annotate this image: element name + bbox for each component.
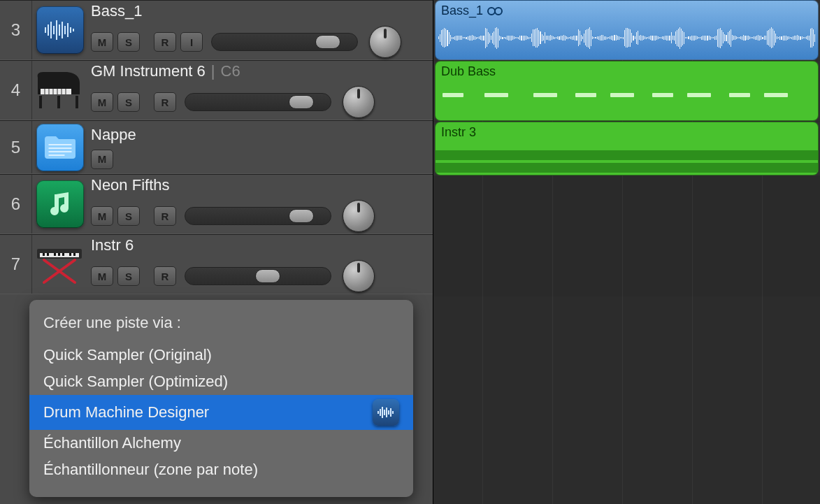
region-label: Bass_1 — [441, 3, 503, 18]
svg-rect-5 — [59, 24, 60, 36]
svg-rect-3 — [53, 26, 55, 34]
svg-point-45 — [495, 8, 502, 15]
pan-knob[interactable] — [369, 26, 401, 58]
track-row[interactable]: 6 Neon Fifths M S R — [0, 174, 433, 234]
track-controls: M — [91, 150, 427, 169]
svg-rect-37 — [380, 409, 381, 416]
solo-button[interactable]: S — [117, 266, 140, 286]
svg-rect-42 — [390, 408, 391, 417]
solo-button[interactable]: S — [117, 32, 140, 52]
track-row-folder[interactable]: 5 Nappe M — [0, 120, 433, 174]
track-icon-wrap[interactable] — [32, 61, 88, 120]
track-controls: M S R I — [91, 26, 427, 58]
midi-region[interactable]: Instr 3 — [435, 122, 819, 175]
record-enable-button[interactable]: R — [154, 32, 176, 52]
folder-icon — [36, 124, 84, 171]
mute-button[interactable]: M — [91, 266, 113, 286]
popup-title: Créer une piste via : — [29, 314, 413, 342]
track-number: 7 — [0, 235, 32, 294]
volume-slider[interactable] — [211, 33, 358, 51]
track-icon-wrap[interactable] — [32, 1, 88, 59]
mute-button[interactable]: M — [91, 206, 113, 226]
track-number: 3 — [0, 1, 32, 59]
track-name[interactable]: Neon Fifths — [91, 176, 427, 194]
svg-rect-41 — [388, 410, 389, 415]
track-controls: M S R — [91, 200, 427, 232]
track-row[interactable]: 3 Bass_1 M S R I — [0, 0, 433, 60]
track-row[interactable]: 7 Instr 6 M S R — [0, 234, 433, 294]
record-enable-button[interactable]: R — [154, 206, 176, 226]
midi-region[interactable]: Dub Bass — [435, 61, 819, 121]
volume-slider[interactable] — [185, 207, 331, 225]
svg-rect-29 — [54, 253, 56, 256]
slider-thumb[interactable] — [315, 35, 340, 49]
track-main: Neon Fifths M S R — [88, 175, 433, 233]
svg-rect-28 — [47, 253, 49, 256]
track-icon-wrap[interactable] — [32, 121, 88, 173]
popup-item-drum-machine-designer[interactable]: Drum Machine Designer — [29, 395, 413, 430]
volume-slider[interactable] — [185, 267, 331, 285]
svg-rect-10 — [73, 29, 74, 31]
mute-button[interactable]: M — [91, 150, 113, 169]
svg-rect-4 — [56, 20, 57, 40]
app-root: 3 Bass_1 M S R I 4 — [0, 0, 820, 504]
music-note-icon — [36, 180, 84, 228]
audio-waveform-icon — [373, 399, 399, 426]
svg-rect-40 — [386, 408, 387, 417]
mute-button[interactable]: M — [91, 92, 113, 112]
slider-thumb[interactable] — [289, 209, 314, 223]
popup-item-quick-sampler-original[interactable]: Quick Sampler (Original) — [29, 342, 413, 368]
track-number: 6 — [0, 175, 32, 233]
track-name[interactable]: Instr 6 — [91, 236, 427, 254]
popup-list: Quick Sampler (Original) Quick Sampler (… — [29, 342, 413, 483]
svg-rect-0 — [45, 27, 46, 33]
arrange-area[interactable]: Bass_1 Dub Bass — [433, 0, 820, 504]
solo-button[interactable]: S — [117, 92, 140, 112]
waveform-display — [438, 19, 815, 57]
svg-rect-1 — [48, 24, 49, 36]
svg-rect-32 — [69, 253, 71, 256]
popup-item-alchemy-sample[interactable]: Échantillon Alchemy — [29, 430, 413, 456]
track-name[interactable]: GM Instrument 6 | C6 — [91, 62, 427, 80]
track-controls: M S R — [91, 86, 427, 118]
popup-item-sampler-zone-per-note[interactable]: Échantillonneur (zone par note) — [29, 456, 413, 483]
audio-region[interactable]: Bass_1 — [435, 0, 819, 60]
pan-knob[interactable] — [343, 200, 375, 232]
record-enable-button[interactable]: R — [154, 266, 176, 286]
track-main: Bass_1 M S R I — [88, 1, 433, 59]
svg-rect-18 — [39, 96, 42, 108]
track-header-panel: 3 Bass_1 M S R I 4 — [0, 0, 433, 504]
solo-button[interactable]: S — [117, 206, 140, 226]
svg-rect-9 — [70, 27, 71, 33]
svg-rect-6 — [62, 22, 63, 38]
track-name[interactable]: Bass_1 — [91, 2, 427, 20]
midi-notes — [436, 150, 818, 160]
svg-rect-7 — [64, 26, 66, 34]
region-label: Dub Bass — [441, 64, 496, 79]
track-number: 4 — [0, 61, 32, 120]
track-number: 5 — [0, 121, 32, 173]
slider-thumb[interactable] — [255, 269, 280, 283]
svg-rect-27 — [43, 253, 45, 256]
create-track-popup: Créer une piste via : Quick Sampler (Ori… — [29, 300, 413, 497]
record-enable-button[interactable]: R — [154, 92, 176, 112]
svg-point-44 — [488, 8, 495, 15]
pan-knob[interactable] — [343, 86, 375, 118]
track-name[interactable]: Nappe — [91, 126, 427, 144]
popup-item-quick-sampler-optimized[interactable]: Quick Sampler (Optimized) — [29, 368, 413, 395]
track-icon-wrap[interactable] — [32, 235, 88, 294]
input-monitor-button[interactable]: I — [180, 32, 203, 52]
track-main: Nappe M — [88, 121, 433, 173]
svg-rect-20 — [57, 96, 60, 108]
svg-rect-33 — [73, 253, 75, 256]
svg-rect-43 — [392, 411, 394, 414]
svg-rect-36 — [377, 411, 379, 414]
volume-slider[interactable] — [185, 93, 331, 111]
pan-knob[interactable] — [343, 260, 375, 292]
track-icon-wrap[interactable] — [32, 175, 88, 233]
mute-button[interactable]: M — [91, 32, 113, 52]
loop-icon — [487, 6, 503, 16]
slider-thumb[interactable] — [289, 95, 314, 109]
svg-rect-19 — [75, 96, 78, 108]
track-row[interactable]: 4 GM Instrument 6 | C6 M S R — [0, 60, 433, 120]
